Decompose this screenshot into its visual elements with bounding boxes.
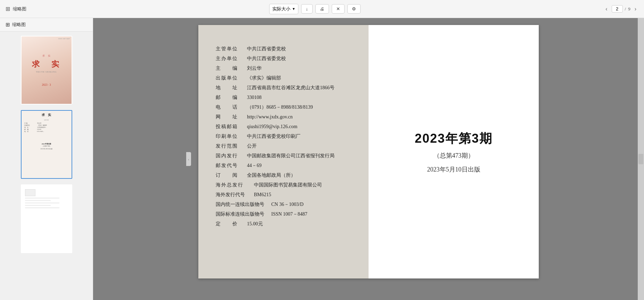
pub-value-16: CN 36－1003/D <box>271 201 304 208</box>
page-nav: ‹ / 9 › <box>603 5 638 13</box>
page-total: 9 <box>628 6 630 12</box>
thumbnail-1[interactable]: ISSN 1007-8487 求 实 求 实 TRUTH SEEKING 202… <box>3 36 89 106</box>
info-thumb-total: （总第473期） <box>24 145 69 147</box>
page-container: 主管单位 中共江西省委党校 主办单位 中共江西省委党校 主 编 刘云华 <box>198 25 539 293</box>
pub-row-9: 印刷单位 中共江西省委党校印刷厂 <box>216 133 351 140</box>
page-input[interactable] <box>612 5 623 12</box>
pdf-page: 主管单位 中共江西省委党校 主办单位 中共江西省委党校 主 编 刘云华 <box>198 25 539 278</box>
settings-icon: ⚙ <box>352 6 356 11</box>
pub-value-9: 中共江西省委党校印刷厂 <box>247 133 300 140</box>
pub-info-table: 主管单位 中共江西省委党校 主办单位 中共江西省委党校 主 编 刘云华 <box>216 46 351 231</box>
print-button[interactable]: 🖨 <box>315 4 329 14</box>
toolbar-center: 实际大小 ▼ ↓ 🖨 ✕ ⚙ <box>29 4 601 14</box>
pub-value-13: 全国各地邮政局（所） <box>247 172 296 178</box>
pub-row-13: 订 阅 全国各地邮政局（所） <box>216 172 351 178</box>
pub-label-0: 主管单位 <box>216 46 247 52</box>
thumbnail-3[interactable] <box>3 184 89 255</box>
print-icon: 🖨 <box>320 6 324 11</box>
cover-qiushi-label: 求 实 <box>42 54 51 58</box>
blank-line-3 <box>25 202 59 203</box>
grid-icon: ⊞ <box>6 6 10 12</box>
cover-top-text: ISSN 1007-8487 <box>58 38 70 40</box>
pub-value-4: 江西省南昌市红谷滩区龙虎山大道1866号 <box>247 85 335 91</box>
cover-date: 2023 · 3 <box>42 83 51 86</box>
thumb-img-1: ISSN 1007-8487 求 实 求 实 TRUTH SEEKING 202… <box>21 36 72 105</box>
pub-row-5: 邮 编 330108 <box>216 94 351 101</box>
sidebar-thumbnails: ISSN 1007-8487 求 实 求 实 TRUTH SEEKING 202… <box>0 32 93 259</box>
pub-value-18: 15.00元 <box>247 221 263 227</box>
pub-row-6: 电 话 （0791）8685－8988/8138/8139 <box>216 104 351 110</box>
pub-value-5: 330108 <box>247 95 262 100</box>
pub-row-8: 投稿邮箱 qiushi1959@vip.126.com <box>216 124 351 130</box>
info-thumb-issue: 2023年第3期 <box>24 143 69 145</box>
info-thumb-qiushi: QIUSHI <box>24 119 69 121</box>
page-separator: / <box>625 6 626 12</box>
pub-label-16: 国内统一连续出版物号 <box>216 201 271 208</box>
pub-row-10: 发行范围 公开 <box>216 143 351 149</box>
settings-button[interactable]: ⚙ <box>347 4 361 14</box>
info-thumb-date: 2023年5月10日出版 <box>24 148 69 150</box>
info-thumb-row-4: 邮 编 330108 <box>24 128 69 130</box>
pub-label-11: 国内发行 <box>216 153 247 159</box>
info-thumb-row-2: 出版单位 《求实》编辑部 <box>24 124 69 126</box>
pub-label-2: 主 编 <box>216 65 247 72</box>
toolbar-right: ‹ / 9 › <box>603 5 638 13</box>
pub-label-4: 地 址 <box>216 85 247 91</box>
pub-label-6: 电 话 <box>216 104 247 110</box>
pub-row-0: 主管单位 中共江西省委党校 <box>216 46 351 52</box>
page-left: 主管单位 中共江西省委党校 主办单位 中共江西省委党校 主 编 刘云华 <box>198 25 369 278</box>
cover-thumb: ISSN 1007-8487 求 实 求 实 TRUTH SEEKING 202… <box>22 36 72 104</box>
pub-label-15: 海外发行代号 <box>216 192 254 198</box>
edge-tab[interactable] <box>638 154 643 164</box>
prev-page-button[interactable]: ‹ <box>603 5 609 13</box>
next-page-button[interactable]: › <box>633 5 638 13</box>
pub-row-7: 网 址 http://www.jxdx.gov.cn <box>216 114 351 120</box>
blank-box <box>25 189 35 196</box>
pub-label-10: 发行范围 <box>216 143 247 149</box>
thumbnail-2[interactable]: 求 实 QIUSHI 主 编 刘云华 出版单位 《求实》编辑部 地 址 江西省 <box>3 110 89 180</box>
pub-value-0: 中共江西省委党校 <box>247 46 286 52</box>
pub-value-17: ISSN 1007－8487 <box>271 211 307 217</box>
pub-label-9: 印刷单位 <box>216 133 247 140</box>
size-select[interactable]: 实际大小 ▼ <box>269 4 298 14</box>
pub-label-8: 投稿邮箱 <box>216 124 247 130</box>
pdf-viewer[interactable]: 主管单位 中共江西省委党校 主办单位 中共江西省委党校 主 编 刘云华 <box>93 18 644 300</box>
pub-row-16: 国内统一连续出版物号 CN 36－1003/D <box>216 201 351 208</box>
download-icon: ↓ <box>306 6 308 11</box>
pub-label-12: 邮发代号 <box>216 162 247 169</box>
pub-value-12: 44－69 <box>247 162 262 169</box>
toolbar-left: ⊞ 缩略图 <box>6 6 26 12</box>
blank-line-4 <box>25 205 51 206</box>
info-thumb-row-1: 主 编 刘云华 <box>24 122 69 124</box>
pub-label-5: 邮 编 <box>216 94 247 101</box>
download-button[interactable]: ↓ <box>301 4 313 14</box>
issue-subtitle: （总第473期） <box>434 151 474 160</box>
page-halves: 主管单位 中共江西省委党校 主办单位 中共江西省委党校 主 编 刘云华 <box>198 25 539 278</box>
pub-row-3: 出版单位 《求实》编辑部 <box>216 75 351 81</box>
chevron-down-icon: ▼ <box>292 7 295 11</box>
thumbnails-label: 缩略图 <box>13 6 26 12</box>
pub-label-7: 网 址 <box>216 114 247 120</box>
page-right: 2023年第3期 （总第473期） 2023年5月10日出版 <box>369 25 539 278</box>
sidebar-title: 缩略图 <box>12 22 26 28</box>
pub-row-1: 主办单位 中共江西省委党校 <box>216 56 351 62</box>
pub-value-15: BM6215 <box>254 192 271 198</box>
close-button[interactable]: ✕ <box>332 4 345 14</box>
close-icon: ✕ <box>336 6 340 11</box>
collapse-sidebar-button[interactable]: ‹ <box>186 152 191 166</box>
pub-value-3: 《求实》编辑部 <box>247 75 281 81</box>
info-thumb-spacer <box>24 133 69 140</box>
info-thumb: 求 实 QIUSHI 主 编 刘云华 出版单位 《求实》编辑部 地 址 江西省 <box>22 111 72 178</box>
toolbar: ⊞ 缩略图 实际大小 ▼ ↓ 🖨 ✕ ⚙ ‹ / 9 › <box>0 0 644 18</box>
pub-value-2: 刘云华 <box>247 65 262 72</box>
pub-row-17: 国际标准连续出版物号 ISSN 1007－8487 <box>216 211 351 217</box>
blank-line-2 <box>25 200 51 201</box>
pub-label-17: 国际标准连续出版物号 <box>216 211 271 217</box>
info-thumb-row-3: 地 址 江西省南昌市... <box>24 126 69 128</box>
pub-row-2: 主 编 刘云华 <box>216 65 351 72</box>
size-select-label: 实际大小 <box>272 6 290 12</box>
cover-sub-title: TRUTH SEEKING <box>36 71 57 73</box>
pub-label-3: 出版单位 <box>216 75 247 81</box>
info-thumb-row-5: 电 话 0791-8685... <box>24 131 69 132</box>
pub-value-8: qiushi1959@vip.126.com <box>247 124 297 130</box>
